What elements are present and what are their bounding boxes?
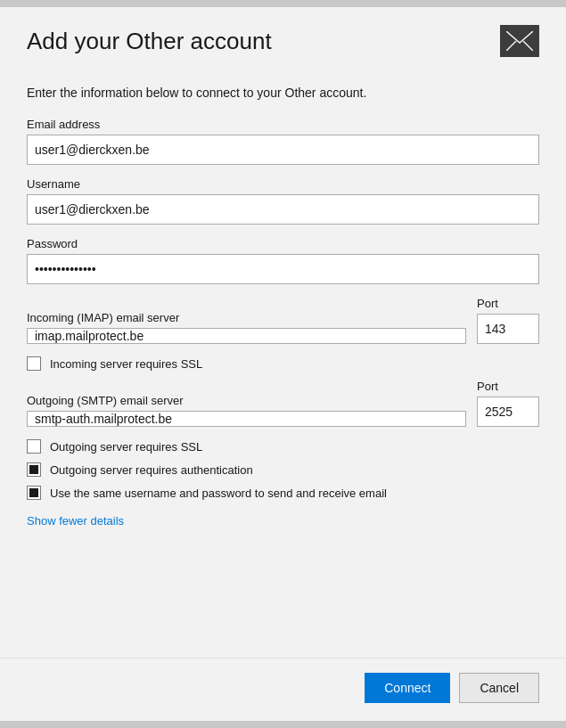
cancel-button[interactable]: Cancel — [459, 673, 539, 703]
outgoing-port-label: Port — [477, 380, 539, 393]
outgoing-server-label: Outgoing (SMTP) email server — [27, 394, 466, 407]
incoming-server-field-group: Incoming (IMAP) email server Port — [27, 297, 539, 344]
outgoing-ssl-checkbox[interactable] — [27, 439, 41, 454]
outgoing-port-input[interactable] — [477, 397, 539, 427]
outgoing-server-field-group: Outgoing (SMTP) email server Port — [27, 380, 539, 427]
description-text: Enter the information below to connect t… — [27, 86, 539, 100]
email-input[interactable] — [27, 135, 539, 165]
incoming-port-group: Port — [477, 297, 539, 344]
outgoing-ssl-row: Outgoing server requires SSL — [27, 439, 539, 454]
username-label: Username — [27, 177, 539, 191]
incoming-port-input[interactable] — [477, 314, 539, 344]
page-title: Add your Other account — [27, 28, 272, 55]
outgoing-server-row: Outgoing (SMTP) email server Port — [27, 380, 539, 427]
same-credentials-checkbox[interactable] — [27, 486, 41, 500]
outgoing-server-input[interactable] — [27, 411, 466, 427]
same-credentials-label: Use the same username and password to se… — [50, 487, 387, 500]
top-bar — [0, 0, 566, 7]
outgoing-port-group: Port — [477, 380, 539, 427]
mail-icon — [500, 25, 539, 57]
show-fewer-details-link[interactable]: Show fewer details — [27, 514, 124, 528]
incoming-port-label: Port — [477, 297, 539, 310]
connect-button[interactable]: Connect — [365, 673, 450, 703]
incoming-ssl-checkbox[interactable] — [27, 356, 41, 371]
username-field-group: Username — [27, 177, 539, 225]
password-input[interactable] — [27, 254, 539, 284]
footer: Connect Cancel — [0, 658, 566, 721]
email-field-group: Email address — [27, 118, 539, 165]
incoming-ssl-label: Incoming server requires SSL — [50, 357, 202, 371]
incoming-server-input[interactable] — [27, 328, 466, 344]
header: Add your Other account — [0, 7, 566, 71]
incoming-server-row: Incoming (IMAP) email server Port — [27, 297, 539, 344]
password-label: Password — [27, 237, 539, 250]
bottom-bar — [0, 721, 566, 728]
outgoing-ssl-label: Outgoing server requires SSL — [50, 440, 202, 454]
password-field-group: Password — [27, 237, 539, 284]
dialog: Add your Other account Enter the informa… — [0, 7, 566, 721]
incoming-ssl-row: Incoming server requires SSL — [27, 356, 539, 371]
same-credentials-row: Use the same username and password to se… — [27, 486, 539, 500]
outgoing-auth-row: Outgoing server requires authentication — [27, 462, 539, 477]
outgoing-auth-checkbox[interactable] — [27, 462, 41, 477]
content: Enter the information below to connect t… — [0, 71, 566, 658]
email-label: Email address — [27, 118, 539, 131]
incoming-server-label: Incoming (IMAP) email server — [27, 311, 466, 324]
outgoing-auth-label: Outgoing server requires authentication — [50, 463, 253, 477]
username-input[interactable] — [27, 194, 539, 225]
